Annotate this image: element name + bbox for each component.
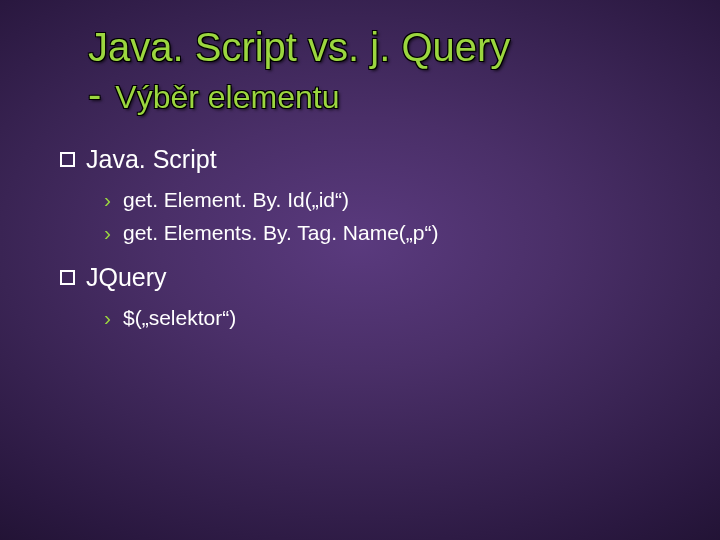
section-heading-text: Java. Script xyxy=(86,145,217,174)
slide-title: Java. Script vs. j. Query xyxy=(88,24,720,70)
square-bullet-icon xyxy=(60,152,75,167)
subtitle-dash: - xyxy=(88,72,101,117)
chevron-icon: › xyxy=(104,217,111,250)
list-item-text: get. Element. By. Id(„id“) xyxy=(123,184,349,217)
section-jquery: JQuery › $(„selektor“) xyxy=(60,263,720,335)
list-item-text: $(„selektor“) xyxy=(123,302,236,335)
slide: Java. Script vs. j. Query - Výběr elemen… xyxy=(0,0,720,540)
section-heading-text: JQuery xyxy=(86,263,167,292)
chevron-icon: › xyxy=(104,302,111,335)
list-item: › get. Element. By. Id(„id“) xyxy=(104,184,720,217)
slide-body: Java. Script › get. Element. By. Id(„id“… xyxy=(60,145,720,335)
list-item-text: get. Elements. By. Tag. Name(„p“) xyxy=(123,217,439,250)
section-javascript: Java. Script › get. Element. By. Id(„id“… xyxy=(60,145,720,249)
list-item: › get. Elements. By. Tag. Name(„p“) xyxy=(104,217,720,250)
list-item: › $(„selektor“) xyxy=(104,302,720,335)
square-bullet-icon xyxy=(60,270,75,285)
slide-subtitle: Výběr elementu xyxy=(115,79,339,116)
section-heading: JQuery xyxy=(60,263,720,292)
section-heading: Java. Script xyxy=(60,145,720,174)
chevron-icon: › xyxy=(104,184,111,217)
slide-subtitle-row: - Výběr elementu xyxy=(88,72,720,117)
